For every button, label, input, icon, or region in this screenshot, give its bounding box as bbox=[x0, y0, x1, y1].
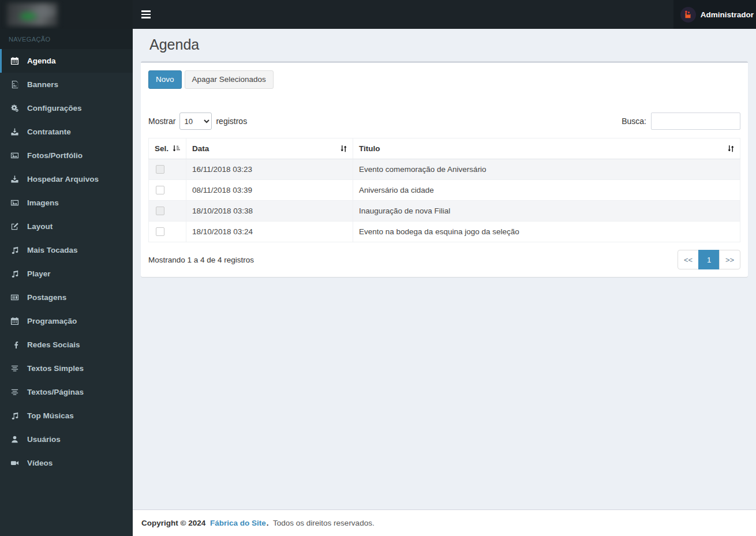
footer-brand-link[interactable]: Fábrica do Site bbox=[210, 519, 266, 527]
calendar-icon bbox=[10, 57, 22, 65]
row-title: Evento comemoração de Aniversário bbox=[353, 159, 740, 180]
table-row: 18/10/2018 03:38 Inauguração de nova Fil… bbox=[149, 201, 740, 222]
sidebar-menu: Agenda Banners Configurações Contratante… bbox=[0, 49, 133, 475]
sidebar-item-layout[interactable]: Layout bbox=[0, 215, 133, 238]
row-select-checkbox[interactable] bbox=[156, 207, 164, 215]
sidebar-item-contratante[interactable]: Contratante bbox=[0, 120, 133, 144]
sidebar-item-top-musicas[interactable]: Top Músicas bbox=[0, 404, 133, 428]
sidebar-item-banners[interactable]: Banners bbox=[0, 73, 133, 96]
column-header-sel[interactable]: Sel. bbox=[149, 138, 186, 159]
table-controls: Mostrar 10 registros Busca: bbox=[148, 113, 740, 130]
file-image-icon bbox=[10, 80, 22, 89]
user-avatar bbox=[680, 7, 696, 23]
pagination-next-button[interactable]: >> bbox=[719, 250, 740, 269]
sidebar-item-hospedar-arquivos[interactable]: Hospedar Arquivos bbox=[0, 167, 133, 191]
pagination: << 1 >> bbox=[678, 250, 740, 269]
footer: Copyright © 2024 Fábrica do Site. Todos … bbox=[133, 509, 756, 536]
music-icon bbox=[10, 246, 22, 254]
agenda-table: Sel. Data bbox=[148, 138, 740, 242]
top-navbar: Administrador bbox=[0, 0, 756, 29]
rights-text: Todos os direitos reservados. bbox=[273, 519, 375, 527]
sidebar-item-postagens[interactable]: Postagens bbox=[0, 286, 133, 309]
factory-logo-icon bbox=[682, 9, 694, 20]
facebook-icon bbox=[10, 340, 22, 349]
sidebar-toggle-button[interactable] bbox=[133, 0, 159, 29]
column-header-titulo[interactable]: Titulo bbox=[353, 138, 740, 159]
sidebar-item-player[interactable]: Player bbox=[0, 262, 133, 286]
column-header-data[interactable]: Data bbox=[186, 138, 353, 159]
row-date: 16/11/2018 03:23 bbox=[186, 159, 353, 180]
sidebar-item-agenda[interactable]: Agenda bbox=[0, 49, 133, 73]
row-date: 08/11/2018 03:39 bbox=[186, 180, 353, 201]
sidebar-item-programacao[interactable]: Programação bbox=[0, 309, 133, 333]
sidebar-item-fotos-portfolio[interactable]: Fotos/Portfólio bbox=[0, 144, 133, 167]
sidebar-item-videos[interactable]: Vídeos bbox=[0, 451, 133, 475]
row-title: Inauguração de nova Filial bbox=[353, 201, 740, 222]
user-name: Administrador bbox=[701, 10, 754, 19]
user-icon bbox=[10, 435, 22, 444]
table-row: 08/11/2018 03:39 Aniversário da cidade bbox=[149, 180, 740, 201]
video-icon bbox=[10, 459, 22, 467]
calendar-icon bbox=[10, 317, 22, 325]
row-title: Aniversário da cidade bbox=[353, 180, 740, 201]
sidebar-item-imagens[interactable]: Imagens bbox=[0, 191, 133, 215]
content-area: Agenda Novo Apagar Selecionados Mostrar … bbox=[133, 29, 756, 509]
new-button[interactable]: Novo bbox=[148, 70, 182, 89]
logo-image bbox=[7, 3, 58, 26]
music-icon bbox=[10, 269, 22, 278]
download-icon bbox=[10, 175, 22, 183]
agenda-box: Novo Apagar Selecionados Mostrar 10 regi… bbox=[141, 61, 748, 277]
newspaper-icon bbox=[10, 293, 22, 302]
row-title: Evento na bodega da esquina jogo da sele… bbox=[353, 222, 740, 242]
user-menu[interactable]: Administrador bbox=[673, 0, 756, 29]
sidebar-item-textos-paginas[interactable]: Textos/Páginas bbox=[0, 380, 133, 404]
row-date: 18/10/2018 03:24 bbox=[186, 222, 353, 242]
sidebar-section-label: NAVEGAÇÃO bbox=[0, 29, 133, 49]
sidebar-item-mais-tocadas[interactable]: Mais Tocadas bbox=[0, 238, 133, 262]
toolbar: Novo Apagar Selecionados bbox=[148, 70, 740, 89]
music-icon bbox=[10, 411, 22, 420]
sort-icon bbox=[727, 144, 735, 153]
hamburger-icon bbox=[141, 10, 151, 12]
sidebar-item-redes-sociais[interactable]: Redes Sociais bbox=[0, 333, 133, 357]
delete-selected-button[interactable]: Apagar Selecionados bbox=[185, 70, 274, 89]
pagination-page-1-button[interactable]: 1 bbox=[698, 250, 720, 269]
admin-app: Administrador NAVEGAÇÃO Agenda Banners C… bbox=[0, 0, 756, 536]
search-label: Busca: bbox=[622, 117, 646, 126]
image-icon bbox=[10, 151, 22, 160]
align-icon bbox=[10, 364, 22, 373]
row-select-checkbox[interactable] bbox=[156, 186, 164, 194]
page-size-select[interactable]: 10 bbox=[179, 113, 212, 130]
site-logo[interactable] bbox=[0, 0, 133, 29]
row-select-checkbox[interactable] bbox=[156, 227, 164, 236]
records-info: Mostrando 1 a 4 de 4 registros bbox=[148, 256, 254, 264]
table-row: 16/11/2018 03:23 Evento comemoração de A… bbox=[149, 159, 740, 180]
image-icon bbox=[10, 198, 22, 207]
sort-icon bbox=[339, 144, 348, 153]
row-date: 18/10/2018 03:38 bbox=[186, 201, 353, 222]
sidebar-item-configuracoes[interactable]: Configurações bbox=[0, 96, 133, 120]
row-select-checkbox[interactable] bbox=[156, 165, 164, 174]
show-label: Mostrar bbox=[148, 117, 175, 126]
search-input[interactable] bbox=[651, 113, 740, 130]
gears-icon bbox=[10, 104, 22, 113]
records-label: registros bbox=[216, 117, 247, 126]
download-icon bbox=[10, 128, 22, 136]
align-icon bbox=[10, 388, 22, 396]
sidebar-item-textos-simples[interactable]: Textos Simples bbox=[0, 357, 133, 380]
copyright-text: Copyright © 2024 bbox=[141, 519, 205, 527]
page-title: Agenda bbox=[149, 36, 747, 53]
table-row: 18/10/2018 03:24 Evento na bodega da esq… bbox=[149, 222, 740, 242]
edit-icon bbox=[10, 222, 22, 231]
sidebar-item-usuarios[interactable]: Usuários bbox=[0, 428, 133, 451]
pagination-prev-button[interactable]: << bbox=[678, 250, 699, 269]
sidebar: NAVEGAÇÃO Agenda Banners Configurações C… bbox=[0, 29, 133, 536]
sort-amount-icon bbox=[172, 144, 181, 153]
